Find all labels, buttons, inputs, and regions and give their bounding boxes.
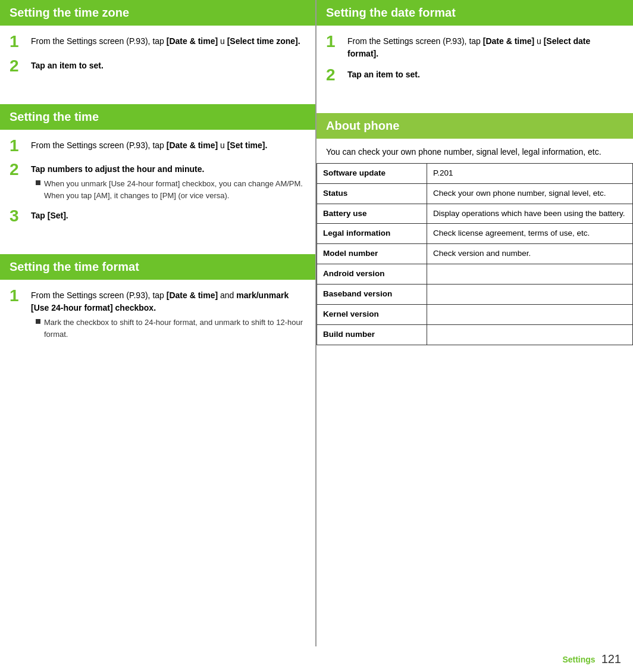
step-1-date-format: 1 From the Settings screen (P.93), tap [… [326,33,623,60]
footer-page-number: 121 [601,652,621,666]
step-text: From the Settings screen (P.93), tap [Da… [31,33,300,51]
table-cell-label: Kernel version [317,305,427,325]
step-num: 1 [326,33,347,60]
page-footer: Settings 121 [0,646,633,672]
step-num: 1 [10,33,31,51]
table-cell-value [427,305,633,325]
about-intro: You can check your own phone number, sig… [316,139,633,163]
table-cell-label: Software update [317,163,427,183]
step-text: Tap [Set]. [31,207,68,226]
step-num: 2 [326,66,347,85]
step-num: 1 [10,137,31,155]
footer-settings-label: Settings [562,655,595,664]
table-row: Kernel version [317,305,633,325]
left-column: Setting the time zone 1 From the Setting… [0,0,316,646]
table-row: Legal informationCheck license agreement… [317,224,633,244]
step-text: From the Settings screen (P.93), tap [Da… [31,137,267,155]
table-cell-value: Display operations which have been using… [427,204,633,224]
step-1-time-format: 1 From the Settings screen (P.93), tap [… [10,287,306,340]
table-row: Baseband version [317,285,633,305]
step-2-time-zone: 2 Tap an item to set. [10,57,306,76]
table-row: Build number [317,324,633,345]
table-cell-label: Model number [317,244,427,264]
table-cell-value [427,264,633,285]
table-row: Model numberCheck version and number. [317,244,633,264]
step-1-time-zone: 1 From the Settings screen (P.93), tap [… [10,33,306,51]
table-row: Android version [317,264,633,285]
section-time-format: Setting the time format 1 From the Setti… [0,254,315,358]
step-num: 2 [10,161,31,201]
step-text: Tap an item to set. [347,66,420,85]
about-table: Software updateP.201StatusCheck your own… [316,163,633,345]
step-1-time: 1 From the Settings screen (P.93), tap [… [10,137,306,155]
section-date-format-header: Setting the date format [316,0,633,26]
table-cell-value: Check license agreement, terms of use, e… [427,224,633,244]
table-cell-label: Legal information [317,224,427,244]
section-date-format: Setting the date format 1 From the Setti… [316,0,633,102]
section-time-zone-header: Setting the time zone [0,0,315,26]
table-cell-label: Android version [317,264,427,285]
section-time-format-header: Setting the time format [0,254,315,280]
table-cell-value: Check version and number. [427,244,633,264]
step-num: 1 [10,287,31,340]
step-text: Tap an item to set. [31,57,104,76]
table-row: StatusCheck your own phone number, signa… [317,183,633,204]
step-2-date-format: 2 Tap an item to set. [326,66,623,85]
table-cell-label: Build number [317,324,427,345]
step-2-time: 2 Tap numbers to adjust the hour and min… [10,161,306,201]
step-text: Tap numbers to adjust the hour and minut… [31,161,306,201]
table-cell-label: Battery use [317,204,427,224]
table-cell-value [427,324,633,345]
table-cell-label: Status [317,183,427,204]
step-num: 2 [10,57,31,76]
bullet-icon [36,319,40,324]
table-cell-label: Baseband version [317,285,427,305]
right-column: Setting the date format 1 From the Setti… [316,0,633,646]
section-about-phone-header: About phone [316,113,633,139]
table-cell-value [427,285,633,305]
table-row: Battery useDisplay operations which have… [317,204,633,224]
step-text: From the Settings screen (P.93), tap [Da… [347,33,623,60]
table-cell-value: P.201 [427,163,633,183]
section-time: Setting the time 1 From the Settings scr… [0,104,315,244]
section-time-header: Setting the time [0,104,315,130]
section-time-zone: Setting the time zone 1 From the Setting… [0,0,315,93]
bullet-icon [36,180,40,185]
section-about-phone: About phone You can check your own phone… [316,113,633,345]
table-cell-value: Check your own phone number, signal leve… [427,183,633,204]
step-note: When you unmark [Use 24-hour format] che… [31,178,306,201]
step-text: From the Settings screen (P.93), tap [Da… [31,287,306,340]
step-3-time: 3 Tap [Set]. [10,207,306,226]
table-row: Software updateP.201 [317,163,633,183]
step-note: Mark the checkbox to shift to 24-hour fo… [31,317,306,340]
step-num: 3 [10,207,31,226]
